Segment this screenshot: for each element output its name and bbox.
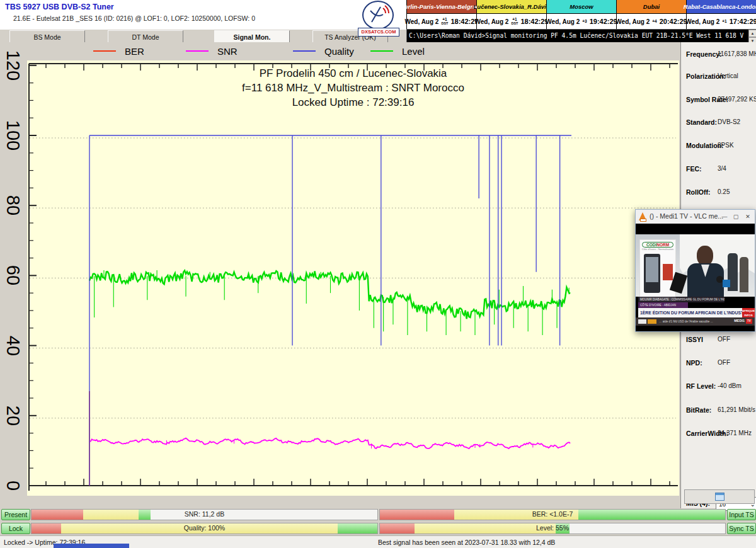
chart-title-line2: f=11 618 MHz_V_Multistream : SNRT Morocc… bbox=[27, 81, 679, 95]
param-bitrate: BitRate:61,291 Mbit/s bbox=[681, 406, 756, 415]
ticker-time-chip bbox=[638, 319, 646, 324]
clock-city-label: Dubai bbox=[617, 0, 686, 14]
clock-time: Wed, Aug 2+420:42:29 bbox=[617, 14, 686, 29]
present-button[interactable]: Present bbox=[1, 509, 30, 520]
param-value: Vertical bbox=[718, 72, 738, 79]
clock-utc-offset: +1DST bbox=[441, 18, 448, 25]
y-axis-label-120: 120 bbox=[2, 54, 25, 77]
news-ticker: … aide d'1 Md USD de l'Arabie saoudite …… bbox=[636, 317, 755, 326]
clock-hms: 17:42:29 bbox=[730, 18, 756, 25]
offset-value: +3 bbox=[582, 20, 587, 24]
panel-bottom-button[interactable] bbox=[684, 489, 755, 504]
param-value: 34,371 MHz bbox=[718, 430, 752, 437]
microphone-cube-icon bbox=[723, 280, 730, 287]
clock-hms: 19:42:29 bbox=[590, 18, 617, 25]
vlc-window-title: () - Medi1 TV - VLC me... bbox=[650, 212, 723, 220]
window-header: TBS 5927 USB DVB-S2 Tuner 21.6E - Eutels… bbox=[0, 0, 406, 30]
input-ts-button[interactable]: Input TS bbox=[727, 509, 756, 520]
medi1-tv-badge: TV bbox=[746, 319, 752, 324]
vlc-video-area[interactable]: CODINORM Côte d'Ivoire - Normalisation M… bbox=[636, 224, 755, 331]
window-icon bbox=[715, 493, 724, 501]
minimize-button[interactable]: — bbox=[719, 212, 730, 222]
param-label: RollOff: bbox=[686, 188, 711, 196]
param-label: Standard: bbox=[686, 118, 717, 126]
satellite-dish-icon bbox=[362, 1, 394, 30]
param-polarization: Polarization:Vertical bbox=[681, 72, 756, 81]
console-command-text: C:\Users\Roman Dávid>Signal monitoring_P… bbox=[409, 32, 745, 39]
offset-value: +4 bbox=[652, 20, 656, 24]
param-label: BitRate: bbox=[686, 406, 711, 414]
clock-date: Wed, Aug 2 bbox=[405, 18, 439, 25]
param-label: FEC: bbox=[686, 165, 702, 173]
clock-date: Wed, Aug 2 bbox=[475, 18, 509, 25]
mode-tabs: BS ModeDT ModeSignal Mon.TS Analyzer (OK… bbox=[0, 30, 406, 42]
ber-bar: BER: <1.0E-7 bbox=[379, 509, 726, 520]
signal-chart-region: BERSNRQualityLevel PF Prodelin 450 cm / … bbox=[0, 42, 680, 508]
close-button[interactable]: ✕ bbox=[743, 212, 753, 222]
param-rflevel: RF Level:-40 dBm bbox=[681, 382, 756, 391]
param-value: DVB-S2 bbox=[718, 118, 740, 125]
lower-third-headline: 1ÈRE ÉDITION DU FORUM AFRICAIN DE L'INDU… bbox=[638, 308, 744, 317]
tab-signal-mon-[interactable]: Signal Mon. bbox=[214, 30, 290, 43]
param-fec: FEC:3/4 bbox=[681, 165, 756, 174]
clock-1: Berlin-Paris-Vienna-BelgradeWed, Aug 2+1… bbox=[407, 0, 477, 30]
param-frequency: Frequency:11617,838 MHz bbox=[681, 50, 756, 59]
tab-dt-mode[interactable]: DT Mode bbox=[108, 30, 183, 43]
codinorm-subtext: Côte d'Ivoire - Normalisation bbox=[640, 248, 675, 251]
app-title: TBS 5927 USB DVB-S2 Tuner bbox=[5, 3, 114, 11]
taskbar-strip bbox=[54, 544, 129, 548]
chart-titles: PF Prodelin 450 cm / Lucenec-Slovakia f=… bbox=[27, 66, 679, 110]
tab-bs-mode[interactable]: BS Mode bbox=[9, 30, 85, 43]
param-label: ISSYI bbox=[686, 336, 703, 343]
clock-time: Wed, Aug 2+1DST18:42:29 bbox=[477, 14, 546, 29]
clock-utc-offset: +4 bbox=[652, 20, 656, 24]
param-value: 0.25 bbox=[718, 188, 730, 195]
clock-hms: 20:42:29 bbox=[660, 18, 687, 25]
legend-label: BER bbox=[125, 46, 144, 57]
phone-graphic bbox=[644, 254, 660, 293]
clock-city-label: Lučenec-Slovakia_R.Dávid bbox=[477, 0, 546, 14]
param-standard: Standard:DVB-S2 bbox=[681, 118, 756, 127]
sync-ts-button[interactable]: Sync TS bbox=[727, 523, 756, 534]
vlc-titlebar[interactable]: () - Medi1 TV - VLC me... — ▢ ✕ bbox=[636, 210, 755, 224]
clock-date: Wed, Aug 2 bbox=[546, 18, 580, 25]
clock-time: Wed, Aug 2+1DST18:42:29 bbox=[407, 14, 476, 29]
param-issyi: ISSYIOFF bbox=[681, 336, 756, 345]
clock-city-label: Rabat-Casablanca-London bbox=[687, 0, 756, 14]
param-npd: NPD:OFF bbox=[681, 359, 756, 368]
maximize-button[interactable]: ▢ bbox=[731, 212, 741, 222]
video-scene: CODINORM Côte d'Ivoire - Normalisation bbox=[636, 234, 755, 297]
param-value: 3/4 bbox=[718, 165, 726, 172]
clock-utc-offset: +1 bbox=[722, 20, 726, 24]
clock-hms: 18:42:29 bbox=[520, 18, 548, 25]
vlc-window[interactable]: () - Medi1 TV - VLC me... — ▢ ✕ CODINORM… bbox=[635, 209, 755, 332]
legend-item-level: Level bbox=[370, 46, 425, 56]
clock-city-label: Berlin-Paris-Vienna-Belgrade bbox=[407, 0, 476, 14]
tuner-subtitle: 21.6E - Eutelsat 21B _SES 16 (ID: 0216) … bbox=[13, 14, 255, 22]
param-value: 61,291 Mbit/s bbox=[718, 406, 755, 413]
clock-utc-offset: +3 bbox=[582, 20, 587, 24]
console-scrollbar[interactable]: ▲ ▼ bbox=[748, 30, 756, 42]
clock-utc-offset: +1DST bbox=[511, 18, 518, 25]
dst-flag: DST bbox=[441, 22, 448, 26]
param-value: -40 dBm bbox=[718, 382, 742, 389]
param-modulation: Modulation:8PSK bbox=[681, 142, 756, 151]
clock-2: Lučenec-Slovakia_R.DávidWed, Aug 2+1DST1… bbox=[477, 0, 547, 30]
param-value: OFF bbox=[718, 336, 730, 343]
param-value: 8PSK bbox=[718, 142, 734, 149]
dxsatcs-logo: DXSATCS.COM bbox=[358, 1, 398, 36]
level-bar: Level: 55% bbox=[379, 523, 726, 534]
medi1-logo: MEDI1 bbox=[734, 319, 745, 323]
legend-item-quality: Quality bbox=[293, 46, 354, 56]
clock-time: Wed, Aug 2+117:42:29 bbox=[687, 14, 756, 29]
bar-value-label: SNR: 11,2 dB bbox=[32, 510, 377, 518]
lock-button[interactable]: Lock bbox=[1, 523, 30, 534]
param-value: 27497,292 KS/s bbox=[718, 96, 756, 103]
clock-3: MoscowWed, Aug 2+319:42:29 bbox=[547, 0, 617, 30]
offset-value: +1 bbox=[722, 20, 726, 24]
param-label: NPD: bbox=[686, 359, 702, 367]
param-value: 11617,838 MHz bbox=[718, 50, 756, 57]
scroll-up-icon[interactable]: ▲ bbox=[748, 30, 756, 37]
vlc-cone-icon bbox=[639, 212, 646, 220]
snr-bar: SNR: 11,2 dB bbox=[31, 509, 378, 520]
